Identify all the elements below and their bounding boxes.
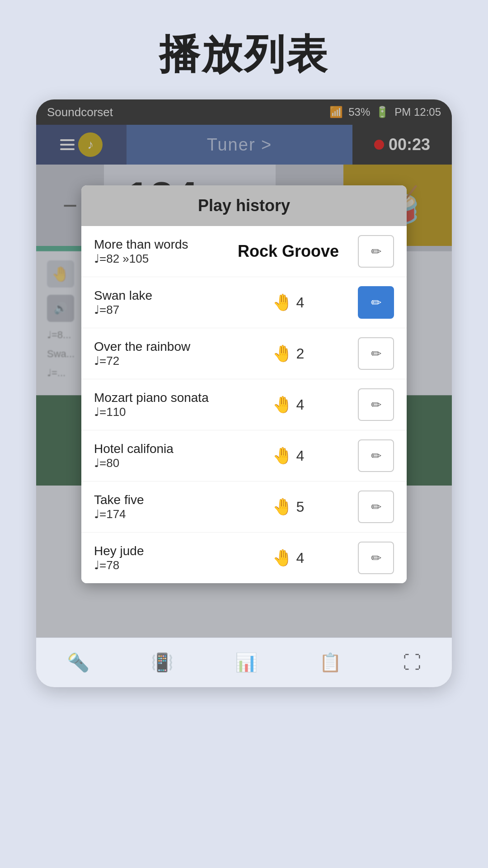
history-item-5[interactable]: Take five ♩=174 🤚 5 ✏ [81, 481, 407, 533]
history-center-1: 🤚 4 [226, 293, 351, 312]
modal-overlay: Play history More than words ♩=82 »105 R… [36, 99, 452, 687]
history-item-0[interactable]: More than words ♩=82 »105 Rock Groove ✏ [81, 226, 407, 277]
history-info-4: Hotel califonia ♩=80 [94, 442, 219, 470]
edit-button-0[interactable]: ✏ [358, 235, 394, 268]
history-title-3: Mozart piano sonata [94, 391, 219, 405]
history-bpm-5: ♩=174 [94, 507, 219, 521]
history-info-1: Swan lake ♩=87 [94, 288, 219, 317]
history-center-4: 🤚 4 [226, 446, 351, 465]
beat-count-2: 2 [296, 345, 305, 362]
bottom-nav: 🔦 📳 📊 📋 ⛶ [36, 637, 452, 687]
edit-button-5[interactable]: ✏ [358, 491, 394, 523]
phone-frame: Soundcorset 📶 53% 🔋 PM 12:05 ♪ Tuner > 0… [36, 99, 452, 687]
edit-button-6[interactable]: ✏ [358, 542, 394, 574]
history-genre-0: Rock Groove [238, 242, 339, 261]
hand-icon-2: 🤚 [272, 344, 293, 363]
history-center-5: 🤚 5 [226, 497, 351, 516]
beat-count-3: 4 [296, 396, 305, 413]
hand-icon-5: 🤚 [272, 497, 293, 516]
hand-icon-4: 🤚 [272, 446, 293, 465]
history-bpm-3: ♩=110 [94, 405, 219, 419]
history-item-2[interactable]: Over the rainbow ♩=72 🤚 2 ✏ [81, 328, 407, 379]
history-title-0: More than words [94, 237, 219, 252]
history-item-6[interactable]: Hey jude ♩=78 🤚 4 ✏ [81, 533, 407, 583]
history-list[interactable]: More than words ♩=82 »105 Rock Groove ✏ … [81, 226, 407, 583]
nav-vibrate[interactable]: 📳 [151, 652, 174, 673]
history-info-3: Mozart piano sonata ♩=110 [94, 391, 219, 419]
playlist-icon: 📋 [319, 652, 342, 673]
nav-stats[interactable]: 📊 [235, 652, 258, 673]
history-item-3[interactable]: Mozart piano sonata ♩=110 🤚 4 ✏ [81, 379, 407, 430]
beat-count-4: 4 [296, 448, 305, 464]
history-item-1[interactable]: Swan lake ♩=87 🤚 4 ✏ [81, 277, 407, 328]
edit-button-2[interactable]: ✏ [358, 337, 394, 370]
edit-button-3[interactable]: ✏ [358, 388, 394, 421]
history-info-6: Hey jude ♩=78 [94, 544, 219, 572]
nav-playlist[interactable]: 📋 [319, 652, 342, 673]
hand-icon-6: 🤚 [272, 548, 293, 567]
history-center-6: 🤚 4 [226, 548, 351, 567]
history-bpm-2: ♩=72 [94, 354, 219, 368]
history-info-0: More than words ♩=82 »105 [94, 237, 219, 266]
history-info-2: Over the rainbow ♩=72 [94, 340, 219, 368]
history-bpm-4: ♩=80 [94, 456, 219, 470]
hand-icon-3: 🤚 [272, 395, 293, 414]
stats-icon: 📊 [235, 652, 258, 673]
nav-flashlight[interactable]: 🔦 [67, 652, 89, 673]
history-bpm-0: ♩=82 »105 [94, 252, 219, 266]
history-title-2: Over the rainbow [94, 340, 219, 354]
nav-fullscreen[interactable]: ⛶ [403, 652, 421, 673]
flashlight-icon: 🔦 [67, 652, 89, 673]
history-item-4[interactable]: Hotel califonia ♩=80 🤚 4 ✏ [81, 430, 407, 481]
hand-icon-1: 🤚 [272, 293, 293, 312]
beat-count-5: 5 [296, 499, 305, 515]
history-bpm-6: ♩=78 [94, 558, 219, 572]
history-title-4: Hotel califonia [94, 442, 219, 456]
beat-count-1: 4 [296, 294, 305, 311]
fullscreen-icon: ⛶ [403, 652, 421, 673]
edit-button-1[interactable]: ✏ [358, 286, 394, 319]
history-title-1: Swan lake [94, 288, 219, 303]
history-center-3: 🤚 4 [226, 395, 351, 414]
history-center-2: 🤚 2 [226, 344, 351, 363]
history-title-6: Hey jude [94, 544, 219, 558]
edit-button-4[interactable]: ✏ [358, 439, 394, 472]
history-title-5: Take five [94, 493, 219, 507]
history-center-0: Rock Groove [226, 242, 351, 261]
history-bpm-1: ♩=87 [94, 303, 219, 317]
vibrate-icon: 📳 [151, 652, 174, 673]
page-title: 播放列表 [0, 0, 488, 100]
history-info-5: Take five ♩=174 [94, 493, 219, 521]
play-history-modal: Play history More than words ♩=82 »105 R… [81, 185, 407, 583]
modal-header: Play history [81, 185, 407, 226]
beat-count-6: 4 [296, 550, 305, 566]
